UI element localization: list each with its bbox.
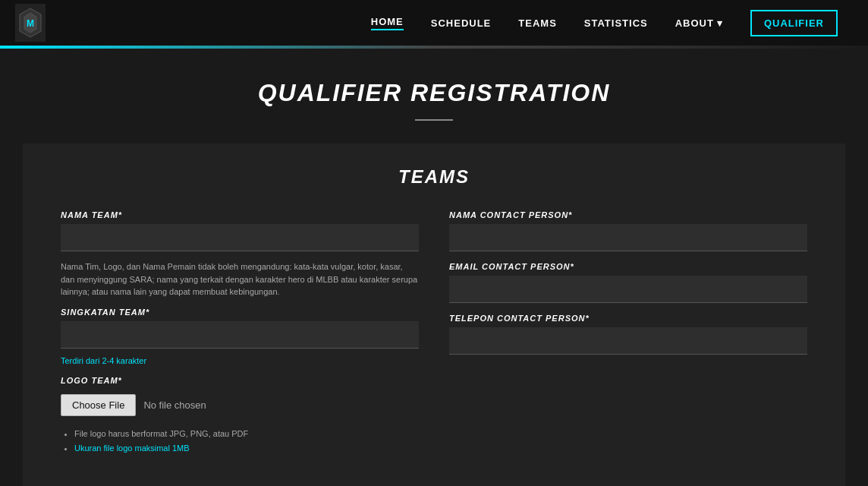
nav-links: HOME SCHEDULE TEAMS STATISTICS ABOUT ▾ Q…	[371, 10, 838, 36]
form-left-column: NAMA TEAM* Nama Tim, Logo, dan Nama Pema…	[61, 210, 419, 456]
singkatan-note: Terdiri dari 2-4 karakter	[61, 356, 419, 365]
section-title: TEAMS	[61, 166, 807, 188]
file-req-1: File logo harus berformat JPG, PNG, atau…	[74, 427, 419, 442]
nav-statistics[interactable]: STATISTICS	[584, 17, 648, 29]
file-upload-wrapper: Choose File No file chosen	[61, 394, 419, 416]
email-contact-label: EMAIL CONTACT PERSON*	[449, 262, 807, 271]
title-divider	[415, 119, 453, 121]
nama-contact-group: NAMA CONTACT PERSON*	[449, 210, 807, 251]
telepon-contact-label: TELEPON CONTACT PERSON*	[449, 314, 807, 323]
form-grid: NAMA TEAM* Nama Tim, Logo, dan Nama Pema…	[61, 210, 807, 456]
nama-team-input[interactable]	[61, 224, 419, 251]
form-right-column: NAMA CONTACT PERSON* EMAIL CONTACT PERSO…	[449, 210, 807, 456]
nav-schedule[interactable]: SCHEDULE	[431, 17, 492, 29]
nav-home[interactable]: HOME	[371, 16, 404, 30]
file-req-2: Ukuran file logo maksimal 1MB	[74, 441, 419, 456]
page-title: QUALIFIER REGISTRATION	[15, 79, 853, 107]
nama-team-note: Nama Tim, Logo, dan Nama Pemain tidak bo…	[61, 260, 419, 298]
navbar: M HOME SCHEDULE TEAMS STATISTICS ABOUT ▾…	[0, 0, 868, 46]
telepon-contact-group: TELEPON CONTACT PERSON*	[449, 314, 807, 355]
chevron-down-icon: ▾	[717, 17, 723, 29]
choose-file-button[interactable]: Choose File	[61, 394, 136, 416]
qualifier-button[interactable]: QUALIFIER	[750, 10, 838, 36]
nav-about[interactable]: ABOUT ▾	[675, 17, 723, 29]
site-logo: M	[15, 4, 46, 42]
singkatan-team-group: SINGKATAN TEAM* Terdiri dari 2-4 karakte…	[61, 308, 419, 365]
logo-team-label: LOGO TEAM*	[61, 376, 419, 385]
email-contact-input[interactable]	[449, 276, 807, 303]
email-contact-group: EMAIL CONTACT PERSON*	[449, 262, 807, 303]
nama-team-group: NAMA TEAM* Nama Tim, Logo, dan Nama Pema…	[61, 210, 419, 308]
singkatan-team-label: SINGKATAN TEAM*	[61, 308, 419, 317]
nama-contact-label: NAMA CONTACT PERSON*	[449, 210, 807, 219]
svg-text:M: M	[27, 18, 34, 29]
file-chosen-text: No file chosen	[143, 399, 206, 411]
page-title-section: QUALIFIER REGISTRATION	[0, 49, 868, 144]
nama-team-label: NAMA TEAM*	[61, 210, 419, 219]
telepon-contact-input[interactable]	[449, 327, 807, 355]
file-requirements: File logo harus berformat JPG, PNG, atau…	[61, 427, 419, 457]
nama-contact-input[interactable]	[449, 224, 807, 251]
singkatan-team-input[interactable]	[61, 321, 419, 349]
registration-form-section: TEAMS NAMA TEAM* Nama Tim, Logo, dan Nam…	[23, 144, 845, 486]
logo-team-group: LOGO TEAM* Choose File No file chosen Fi…	[61, 376, 419, 457]
nav-teams[interactable]: TEAMS	[518, 17, 557, 29]
